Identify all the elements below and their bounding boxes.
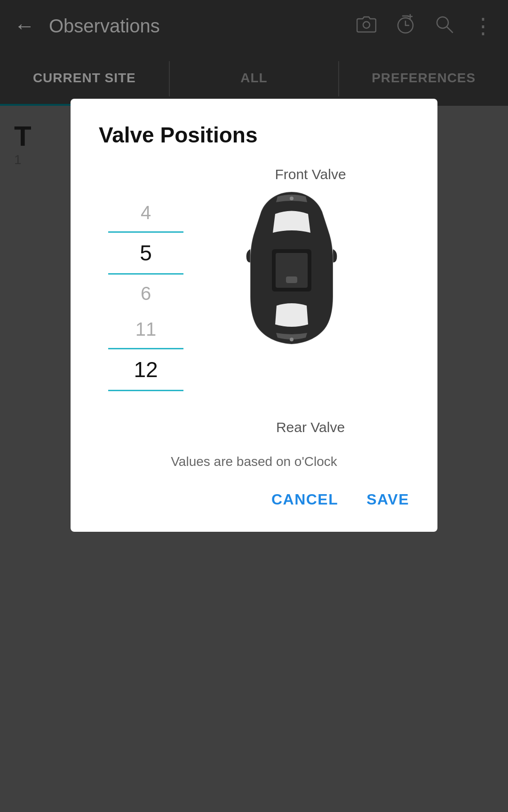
picker-item-6[interactable]: 6 <box>99 276 193 311</box>
picker-line-top <box>108 231 183 233</box>
valve-positions-dialog: Valve Positions 4 5 6 11 12 F <box>71 99 437 532</box>
front-valve-label: Front Valve <box>275 166 346 182</box>
svg-point-12 <box>290 197 294 200</box>
car-column: Front Valve <box>212 166 409 435</box>
car-image <box>245 188 376 414</box>
save-button[interactable]: SAVE <box>366 486 409 513</box>
picker-item-5[interactable]: 5 <box>99 234 193 272</box>
picker-column[interactable]: 4 5 6 11 12 <box>99 166 193 392</box>
picker-line-bottom <box>108 390 183 391</box>
dialog-actions: CANCEL SAVE <box>99 486 409 513</box>
picker-line-3 <box>108 348 183 349</box>
picker-item-12[interactable]: 12 <box>99 350 193 389</box>
rear-valve-label: Rear Valve <box>276 419 345 435</box>
svg-rect-11 <box>286 276 297 283</box>
cancel-button[interactable]: CANCEL <box>271 486 338 513</box>
modal-overlay: Valve Positions 4 5 6 11 12 F <box>0 0 508 812</box>
svg-point-13 <box>290 338 294 341</box>
picker-line-2 <box>108 273 183 275</box>
dialog-title: Valve Positions <box>99 122 409 148</box>
dialog-body: 4 5 6 11 12 Front Valve <box>99 166 409 435</box>
picker-item-4[interactable]: 4 <box>99 195 193 230</box>
dialog-footer-text: Values are based on o'Clock <box>99 454 409 469</box>
picker-item-11[interactable]: 11 <box>99 311 193 347</box>
